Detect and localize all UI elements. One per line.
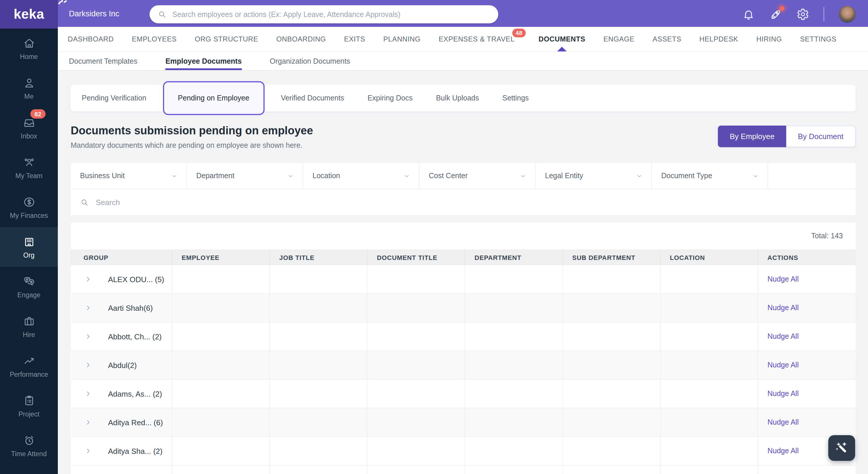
nav-item-exits[interactable]: EXITS [344, 27, 365, 52]
expand-row-icon[interactable] [85, 390, 92, 397]
expand-row-icon[interactable] [85, 419, 92, 426]
column-header-location: LOCATION [660, 249, 758, 265]
tab-expiring-docs[interactable]: Expiring Docs [356, 94, 424, 102]
sidebar-item-label: Inbox [21, 133, 37, 139]
sidebar-item-label: Time Attend [11, 450, 47, 457]
sidebar-item-label: Engage [17, 291, 40, 298]
sidebar-item-label: My Team [16, 172, 43, 179]
column-header-sub-department: SUB DEPARTMENT [563, 249, 660, 265]
nudge-all-link[interactable]: Nudge All [768, 304, 799, 312]
expand-row-icon[interactable] [85, 333, 92, 340]
main-nav: DASHBOARD EMPLOYEES ORG STRUCTURE ONBOAR… [58, 27, 868, 52]
sidebar-item-org[interactable]: Org [0, 227, 58, 267]
nav-item-hiring[interactable]: HIRING [756, 27, 782, 52]
document-tabs: Pending Verification Pending on Employee… [71, 85, 856, 112]
hire-icon [23, 315, 35, 328]
bell-icon[interactable] [742, 8, 754, 21]
filter-document-type[interactable]: Document Type [652, 163, 768, 189]
nudge-all-link[interactable]: Nudge All [768, 418, 799, 426]
nudge-all-link[interactable]: Nudge All [768, 389, 799, 398]
sidebar-item-my-finances[interactable]: My Finances [0, 188, 58, 227]
nav-item-org-structure[interactable]: ORG STRUCTURE [195, 27, 258, 52]
subnav-employee-documents[interactable]: Employee Documents [165, 52, 242, 70]
expand-row-icon[interactable] [85, 447, 92, 454]
filter-location[interactable]: Location [303, 163, 420, 189]
content: Pending Verification Pending on Employee… [58, 71, 868, 474]
nudge-all-link[interactable]: Nudge All [768, 361, 799, 369]
sidebar-item-label: Org [23, 252, 34, 259]
tab-pending-verification[interactable]: Pending Verification [71, 94, 158, 102]
nav-item-employees[interactable]: EMPLOYEES [132, 27, 177, 52]
rocket-icon[interactable] [769, 8, 782, 21]
filter-department[interactable]: Department [187, 163, 303, 189]
table-row: Aditya Sha... (2) Nudge All [71, 437, 856, 466]
nav-item-helpdesk[interactable]: HELPDESK [700, 27, 738, 52]
tab-bulk-uploads[interactable]: Bulk Uploads [424, 94, 491, 102]
subnav-document-templates[interactable]: Document Templates [69, 52, 137, 70]
nav-item-assets[interactable]: ASSETS [652, 27, 681, 52]
nudge-all-link[interactable]: Nudge All [768, 275, 799, 283]
expand-row-icon[interactable] [85, 304, 92, 311]
nav-item-engage[interactable]: ENGAGE [603, 27, 634, 52]
global-search-input[interactable] [171, 10, 490, 19]
avatar[interactable] [839, 6, 856, 23]
search-icon [80, 198, 89, 207]
nudge-all-link[interactable]: Nudge All [768, 447, 799, 455]
time-attend-icon [23, 434, 35, 447]
sidebar-item-my-team[interactable]: My Team [0, 148, 58, 188]
filter-bar: Business Unit Department Location Cost C… [71, 163, 856, 189]
topbar-divider [823, 7, 824, 22]
table-search-input[interactable] [95, 197, 846, 207]
tab-settings[interactable]: Settings [491, 94, 540, 102]
column-header-department: DEPARTMENT [465, 249, 563, 265]
sidebar-item-label: Performance [10, 371, 48, 378]
group-name: Abbott, Ch... (2) [108, 332, 162, 341]
nav-item-settings[interactable]: SETTINGS [800, 27, 836, 52]
view-toggle: By Employee By Document [718, 126, 856, 147]
expand-row-icon[interactable] [85, 361, 92, 369]
sidebar-item-hire[interactable]: Hire [0, 307, 58, 346]
table-row: Aditya Red... (6) Nudge All [71, 408, 856, 437]
chevron-down-icon [752, 172, 759, 179]
filter-cost-center[interactable]: Cost Center [420, 163, 536, 189]
logo-spark-icon [57, 0, 67, 5]
nav-item-dashboard[interactable]: DASHBOARD [68, 27, 114, 52]
sidebar-item-engage[interactable]: Engage [0, 267, 58, 307]
expand-row-icon[interactable] [85, 276, 92, 283]
nav-item-documents[interactable]: DOCUMENTS [538, 27, 585, 52]
table-search[interactable] [71, 189, 856, 215]
global-search[interactable] [150, 5, 498, 23]
group-name: ALEX ODU... (5) [108, 275, 164, 284]
sidebar-item-home[interactable]: Home [0, 29, 58, 68]
keka-logo[interactable]: keka [0, 0, 58, 29]
tab-verified-documents[interactable]: Verified Documents [269, 94, 356, 102]
column-header-job-title: JOB TITLE [270, 249, 367, 265]
by-document-button[interactable]: By Document [786, 126, 856, 147]
sidebar-item-time-attend[interactable]: Time Attend [0, 426, 58, 466]
sidebar: keka Home Me 82 Inbox My Team My Fi [0, 0, 58, 474]
group-name: Aarti Shah(6) [108, 304, 153, 312]
sidebar-item-inbox[interactable]: 82 Inbox [0, 108, 58, 148]
gear-icon[interactable] [797, 8, 809, 21]
sidebar-item-me[interactable]: Me [0, 68, 58, 108]
subnav-organization-documents[interactable]: Organization Documents [270, 52, 350, 70]
table-row: Aarti Shah(6) Nudge All [71, 294, 856, 322]
project-icon [23, 394, 35, 407]
nav-item-expenses-travel[interactable]: EXPENSES & TRAVEL 48 [439, 27, 515, 52]
sidebar-item-label: Me [24, 93, 34, 100]
tab-pending-on-employee[interactable]: Pending on Employee [163, 81, 265, 115]
nav-item-planning[interactable]: PLANNING [383, 27, 421, 52]
column-header-employee: EMPLOYEE [172, 249, 270, 265]
topbar: Darksiders Inc [58, 0, 868, 27]
column-header-document-title: DOCUMENT TITLE [368, 249, 465, 265]
filter-business-unit[interactable]: Business Unit [71, 163, 187, 189]
nudge-all-link[interactable]: Nudge All [768, 333, 799, 341]
performance-icon [23, 354, 35, 368]
assistant-fab[interactable] [828, 435, 855, 461]
sidebar-item-project[interactable]: Project [0, 386, 58, 426]
topbar-icons [742, 0, 856, 29]
sidebar-item-performance[interactable]: Performance [0, 346, 58, 386]
nav-item-onboarding[interactable]: ONBOARDING [276, 27, 326, 52]
by-employee-button[interactable]: By Employee [718, 126, 786, 147]
filter-legal-entity[interactable]: Legal Entity [536, 163, 652, 189]
